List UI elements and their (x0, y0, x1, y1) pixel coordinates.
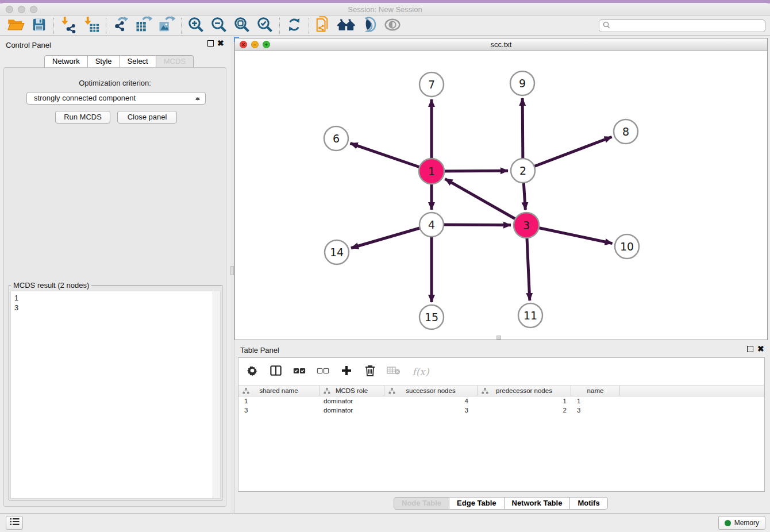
open-folder-icon (7, 17, 25, 34)
network-maximize-button[interactable]: + (263, 41, 270, 48)
column-label: predecessor nodes (496, 387, 552, 394)
graph-node-15[interactable]: 15 (419, 305, 444, 329)
main-toolbar (0, 16, 770, 36)
tab-style[interactable]: Style (88, 55, 120, 68)
svg-text:11: 11 (523, 309, 537, 322)
tab-node-table[interactable]: Node Table (394, 497, 449, 510)
status-bar: Memory (0, 513, 770, 532)
tab-network-table[interactable]: Network Table (505, 497, 571, 510)
tab-network[interactable]: Network (44, 55, 88, 68)
delete-column-button[interactable] (364, 365, 376, 379)
graph-node-11[interactable]: 11 (518, 303, 542, 327)
mcds-result-textarea[interactable]: 1 3 (10, 291, 221, 499)
minimize-window-button[interactable] (18, 6, 25, 13)
graph-node-8[interactable]: 8 (614, 119, 638, 144)
tab-mcds[interactable]: MCDS (156, 55, 194, 68)
network-close-button[interactable]: ✕ (240, 41, 247, 48)
column-header-shared-name[interactable]: shared name (238, 385, 319, 396)
network-from-file-button[interactable] (312, 17, 335, 34)
graph-node-1[interactable]: 1 (419, 159, 444, 184)
zoom-selected-button[interactable] (253, 17, 276, 34)
criterion-value: strongly connected component (34, 94, 136, 102)
panel-splitter[interactable] (230, 36, 234, 513)
export-image-button[interactable] (155, 17, 178, 34)
mcds-result-text: 1 3 (11, 291, 220, 314)
graph-node-9[interactable]: 9 (510, 71, 534, 95)
graph-node-7[interactable]: 7 (419, 72, 444, 97)
run-mcds-button[interactable]: Run MCDS (55, 111, 110, 124)
import-network-button[interactable] (57, 17, 80, 34)
cell-name: 3 (571, 406, 620, 415)
import-table-icon (83, 16, 100, 36)
cell-successor-nodes: 4 (384, 396, 478, 406)
table-tabs: Node Table Edge Table Network Table Moti… (394, 497, 608, 510)
graph-edge-3-1[interactable] (445, 179, 526, 225)
cell-mcds-role: dominator (319, 396, 384, 406)
close-panel-icon[interactable]: ✖ (217, 39, 224, 47)
result-scrollbar[interactable] (213, 291, 220, 498)
float-panel-icon[interactable] (207, 40, 214, 47)
eye-icon (383, 17, 402, 34)
maximize-window-button[interactable] (30, 6, 37, 13)
svg-text:6: 6 (333, 132, 340, 145)
delete-table-button[interactable] (387, 365, 400, 379)
open-session-button[interactable] (5, 17, 28, 34)
graph-node-4[interactable]: 4 (419, 213, 444, 237)
graph-node-2[interactable]: 2 (511, 159, 535, 183)
network-resize-grip[interactable] (496, 336, 501, 340)
apply-style-button[interactable] (358, 17, 381, 34)
zoom-in-button[interactable] (184, 17, 207, 34)
function-builder-button[interactable]: f(x) (411, 365, 430, 379)
splitter-grip[interactable] (230, 266, 234, 275)
import-table-button[interactable] (80, 17, 103, 34)
float-table-panel-icon[interactable] (747, 346, 753, 352)
export-network-button[interactable] (109, 17, 132, 34)
graph-node-3[interactable]: 3 (514, 213, 539, 238)
trash-icon (365, 365, 375, 379)
tab-select[interactable]: Select (120, 55, 156, 68)
graph-node-6[interactable]: 6 (324, 126, 348, 151)
select-all-button[interactable] (293, 365, 306, 379)
table-row[interactable]: 3 dominator 3 2 3 (238, 406, 764, 415)
memory-button[interactable]: Memory (718, 516, 765, 530)
close-window-button[interactable] (6, 6, 13, 13)
cell-predecessor-nodes: 1 (478, 396, 571, 406)
column-header-name[interactable]: name (571, 385, 620, 396)
refresh-view-button[interactable] (283, 17, 306, 34)
add-column-button[interactable] (340, 365, 353, 379)
zoom-out-button[interactable] (207, 17, 230, 34)
toolbar-separator (309, 18, 309, 34)
column-chooser-button[interactable] (270, 365, 282, 379)
export-table-icon (135, 16, 152, 36)
graph-node-10[interactable]: 10 (615, 234, 639, 259)
tab-edge-table[interactable]: Edge Table (449, 497, 504, 510)
network-graph[interactable]: 7968124314101511 (235, 51, 767, 340)
table-row[interactable]: 1 dominator 4 1 1 (238, 396, 764, 406)
column-header-mcds-role[interactable]: MCDS role (319, 385, 384, 396)
network-minimize-button[interactable]: − (251, 41, 259, 48)
graph-edge-2-8[interactable] (523, 137, 612, 171)
close-table-panel-icon[interactable]: ✖ (757, 345, 764, 353)
tab-motifs[interactable]: Motifs (570, 497, 607, 510)
home-view-button[interactable] (335, 17, 358, 34)
search-field[interactable] (599, 20, 765, 32)
list-icon (10, 518, 20, 528)
console-button[interactable] (6, 516, 23, 530)
show-hide-graphics-button[interactable] (381, 17, 404, 34)
checked-boxes-icon (293, 367, 306, 377)
table-options-button[interactable] (246, 365, 259, 379)
network-window-titlebar[interactable]: ✕ − + scc.txt (235, 38, 767, 51)
criterion-dropdown[interactable]: strongly connected component (26, 92, 206, 105)
export-table-button[interactable] (132, 17, 155, 34)
column-header-successor-nodes[interactable]: successor nodes (384, 385, 478, 396)
column-type-icon (388, 388, 395, 394)
save-session-button[interactable] (28, 17, 51, 34)
network-canvas[interactable]: 7968124314101511 (235, 51, 767, 340)
close-panel-button[interactable]: Close panel (117, 111, 177, 124)
zoom-fit-button[interactable] (230, 17, 253, 34)
search-input[interactable] (613, 22, 761, 30)
column-header-predecessor-nodes[interactable]: predecessor nodes (478, 385, 571, 396)
network-title: scc.txt (235, 38, 767, 51)
graph-node-14[interactable]: 14 (325, 240, 349, 264)
deselect-all-button[interactable] (317, 365, 329, 379)
